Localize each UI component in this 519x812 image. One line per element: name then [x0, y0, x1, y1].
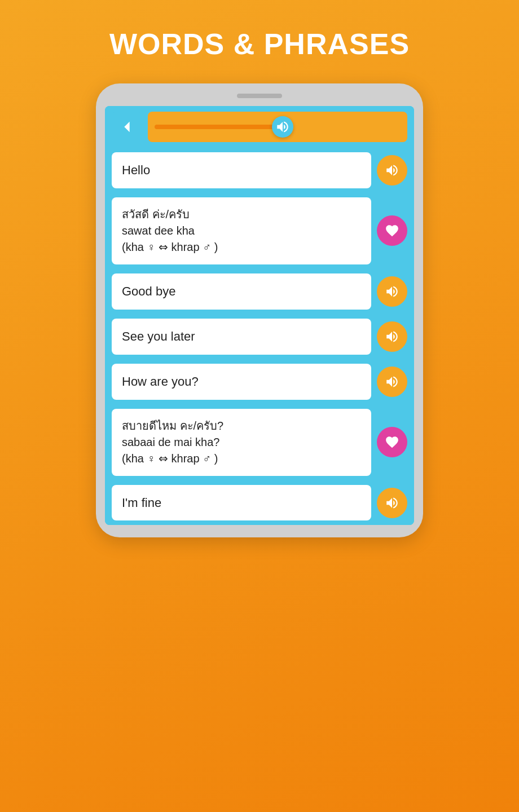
gender-note-sawatdee: (kha ♀ ⇔ khrap ♂ ): [122, 241, 218, 253]
heart-button-sabaaidee[interactable]: [377, 427, 407, 457]
phrase-row-sabaaidee: สบายดีไหม คะ/ครับ? sabaai de mai kha? (k…: [105, 404, 414, 480]
phrase-row-howareyou: How are you?: [105, 359, 414, 404]
phrase-row-imfine: I'm fine: [105, 480, 414, 526]
speaker-icon-goodbye: [385, 284, 399, 299]
phrase-text-hello: Hello: [112, 152, 371, 188]
heart-icon-sabaaidee: [385, 435, 399, 449]
gender-note-sabaaidee: (kha ♀ ⇔ khrap ♂ ): [122, 452, 218, 465]
romanized-sabaaidee: sabaai de mai kha?: [122, 436, 219, 448]
phrase-row-sawatdee: สวัสดี ค่ะ/ครับ sawat dee kha (kha ♀ ⇔ k…: [105, 193, 414, 269]
phone-notch: [237, 94, 282, 98]
svg-marker-0: [124, 122, 129, 133]
thai-text-sawatdee: สวัสดี ค่ะ/ครับ: [122, 208, 190, 220]
heart-button-sawatdee[interactable]: [377, 215, 407, 246]
phrase-text-imfine: I'm fine: [112, 485, 371, 521]
speaker-button-hello[interactable]: [377, 155, 407, 186]
phrase-text-howareyou: How are you?: [112, 364, 371, 400]
speaker-icon-hello: [385, 163, 399, 178]
phone-frame: Hello สวัสดี ค่ะ/ครับ sawat dee kha (kha…: [96, 83, 423, 537]
page-title: WORDS & PHRASES: [109, 27, 410, 61]
speaker-icon-seeyoulater: [385, 329, 399, 344]
speaker-button-howareyou[interactable]: [377, 367, 407, 397]
phrase-row-seeyoulater: See you later: [105, 314, 414, 359]
phrase-text-seeyoulater: See you later: [112, 319, 371, 355]
speaker-button-goodbye[interactable]: [377, 276, 407, 307]
audio-speaker-icon: [275, 120, 290, 134]
phrase-row-hello: Hello: [105, 148, 414, 193]
progress-handle[interactable]: [272, 116, 293, 138]
phone-screen: Hello สวัสดี ค่ะ/ครับ sawat dee kha (kha…: [105, 106, 414, 525]
heart-icon-sawatdee: [385, 223, 399, 238]
romanized-sawatdee: sawat dee kha: [122, 224, 195, 237]
thai-text-sabaaidee: สบายดีไหม คะ/ครับ?: [122, 420, 223, 432]
audio-bar: [105, 106, 414, 148]
speaker-button-seeyoulater[interactable]: [377, 321, 407, 352]
audio-progress-bar[interactable]: [148, 112, 407, 142]
back-button[interactable]: [112, 112, 142, 142]
phrase-row-goodbye: Good bye: [105, 269, 414, 314]
back-arrow-icon: [119, 119, 135, 135]
phrase-text-sabaaidee: สบายดีไหม คะ/ครับ? sabaai de mai kha? (k…: [112, 409, 371, 476]
progress-fill: [155, 125, 290, 129]
phrase-text-goodbye: Good bye: [112, 273, 371, 310]
phrase-text-sawatdee: สวัสดี ค่ะ/ครับ sawat dee kha (kha ♀ ⇔ k…: [112, 197, 371, 264]
speaker-icon-howareyou: [385, 374, 399, 389]
speaker-icon-imfine: [385, 496, 399, 510]
speaker-button-imfine[interactable]: [377, 488, 407, 518]
